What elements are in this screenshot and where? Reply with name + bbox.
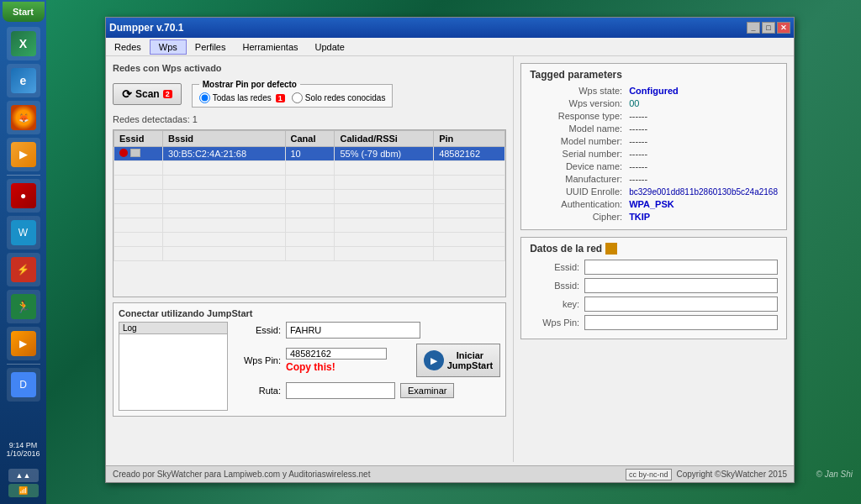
table-row[interactable] [114, 190, 505, 204]
datos-fields: Essid: Bssid: key: Wps Pin: [530, 260, 778, 330]
col-bssid: Bssid [163, 131, 285, 147]
param-value: WPA_PSK [622, 199, 778, 209]
param-label: Wps state: [530, 86, 622, 96]
log-content [119, 334, 227, 410]
param-row: Cipher: TKIP [530, 212, 778, 222]
col-pin: Pin [434, 131, 505, 147]
tagged-params: Wps state: Configured Wps version: 00 Re… [530, 86, 778, 222]
param-row: Authentication: WPA_PSK [530, 199, 778, 209]
copy-text: Copy this! [286, 361, 335, 373]
param-value: bc329e001dd811b2860130b5c24a2168 [622, 187, 778, 197]
radio-all-badge: 1 [276, 94, 285, 102]
desktop: © Jan Shi Dumpper v.70.1 _ □ ✕ Redes Wps… [46, 0, 861, 504]
jumpstart-icon: ▶ [424, 350, 444, 370]
pin-group-legend: Mostrar Pin por defecto [199, 80, 300, 89]
param-row: Serial number: ------ [530, 149, 778, 159]
table-row[interactable] [114, 204, 505, 218]
menu-redes[interactable]: Redes [106, 40, 150, 54]
close-button[interactable]: ✕ [777, 22, 790, 34]
taskbar-app3[interactable]: ⚡ [7, 253, 40, 286]
radio-known-networks[interactable]: Solo redes conocidas [292, 92, 386, 103]
datos-field-input[interactable] [584, 260, 778, 275]
param-row: Model number: ------ [530, 136, 778, 146]
param-value: 00 [622, 98, 778, 108]
datos-field-input[interactable] [584, 297, 778, 312]
param-label: Serial number: [530, 149, 622, 159]
scan-badge: 2 [163, 90, 172, 98]
menu-wps[interactable]: Wps [150, 39, 187, 55]
networks-table-wrapper[interactable]: Essid Bssid Canal Calidad/RSSi Pin 30:B5… [113, 129, 506, 297]
main-window: Dumpper v.70.1 _ □ ✕ Redes Wps Perfiles … [105, 17, 795, 483]
log-label: Log [119, 323, 227, 334]
datos-field-input[interactable] [584, 278, 778, 293]
param-value: ------ [622, 174, 778, 184]
taskbar-excel[interactable]: X [7, 27, 40, 60]
essid-input[interactable] [286, 322, 420, 339]
expand-tray-button[interactable]: ▲▲ [8, 469, 39, 482]
jumpstart-section: Conectar utilizando JumpStart Log Essid: [113, 302, 506, 417]
param-label: Wps version: [530, 98, 622, 108]
taskbar-app2[interactable]: W [7, 216, 40, 249]
param-value: ------ [622, 136, 778, 146]
table-row[interactable] [114, 218, 505, 233]
ruta-label: Ruta: [235, 386, 281, 396]
col-calidad: Calidad/RSSi [335, 131, 434, 147]
wps-section-label: Redes con Wps activado [113, 63, 506, 73]
radio-all-networks[interactable]: Todas las redes 1 [199, 92, 285, 103]
datos-field-label: Essid: [530, 262, 584, 272]
table-row[interactable] [114, 161, 505, 176]
param-row: UUID Enrolle: bc329e001dd811b2860130b5c2… [530, 186, 778, 197]
table-row[interactable] [114, 247, 505, 261]
taskbar-firefox[interactable]: 🦊 [7, 101, 40, 134]
title-bar: Dumpper v.70.1 _ □ ✕ [106, 18, 794, 38]
examinar-button[interactable]: Examinar [400, 383, 454, 398]
taskbar-divider-1 [7, 175, 40, 176]
taskbar-app4[interactable]: 🏃 [7, 290, 40, 323]
taskbar-ie[interactable]: e [7, 64, 40, 97]
table-row[interactable] [114, 233, 505, 247]
taskbar-time: 9:14 PM 1/10/2016 [6, 441, 40, 458]
menu-update[interactable]: Update [307, 40, 353, 54]
watermark: © Jan Shi [816, 470, 853, 479]
param-label: Model name: [530, 123, 622, 134]
status-bar: Creado por SkyWatcher para Lampiweb.com … [106, 465, 794, 482]
taskbar-divider-2 [7, 364, 40, 365]
datos-section: Datos de la red Essid: Bssid: key: Wps P… [520, 237, 787, 339]
menu-bar: Redes Wps Perfiles Herramientas Update [106, 38, 794, 56]
network-icon[interactable]: 📶 [8, 484, 39, 497]
taskbar-docs[interactable]: D [7, 368, 40, 402]
scan-button[interactable]: ⟳ Scan 2 [113, 83, 182, 105]
ruta-input[interactable] [286, 382, 395, 399]
param-label: Authentication: [530, 199, 622, 209]
datos-field-input[interactable] [584, 315, 778, 330]
left-panel: Redes con Wps activado ⟳ Scan 2 Mostrar … [106, 56, 514, 462]
datos-icon [605, 243, 617, 255]
iniciar-jumpstart-button[interactable]: ▶ Iniciar JumpStart [416, 344, 500, 377]
table-row[interactable] [114, 176, 505, 190]
maximize-button[interactable]: □ [762, 22, 775, 34]
minimize-button[interactable]: _ [747, 22, 760, 34]
pin-radio-group: Mostrar Pin por defecto Todas las redes … [192, 80, 394, 108]
param-label: Model number: [530, 136, 622, 146]
essid-label: Essid: [235, 325, 281, 335]
param-label: UUID Enrolle: [530, 186, 622, 197]
taskbar-vlc[interactable]: ▶ [7, 327, 40, 360]
menu-perfiles[interactable]: Perfiles [187, 40, 235, 54]
datos-row: key: [530, 297, 778, 312]
menu-herramientas[interactable]: Herramientas [234, 40, 306, 54]
wpspin-input[interactable] [286, 348, 387, 360]
taskbar-app1[interactable]: ● [7, 179, 40, 213]
table-row[interactable]: 30:B5:C2:4A:21:68 10 55% (-79 dbm) 48582… [114, 147, 505, 161]
col-canal: Canal [285, 131, 335, 147]
jumpstart-title: Conectar utilizando JumpStart [119, 308, 500, 318]
taskbar-slides[interactable]: ▶ [7, 138, 40, 171]
start-button[interactable]: Start [3, 2, 45, 22]
cc-badge: cc by-nc-nd [626, 469, 672, 480]
jumpstart-form: Essid: Wps Pin: Copy this! [235, 322, 500, 411]
datos-field-label: key: [530, 299, 584, 309]
param-value: Configured [622, 86, 778, 96]
param-row: Wps state: Configured [530, 86, 778, 96]
datos-field-label: Bssid: [530, 281, 584, 291]
wpspin-label: Wps Pin: [235, 355, 281, 365]
ruta-row: Ruta: Examinar [235, 382, 500, 399]
